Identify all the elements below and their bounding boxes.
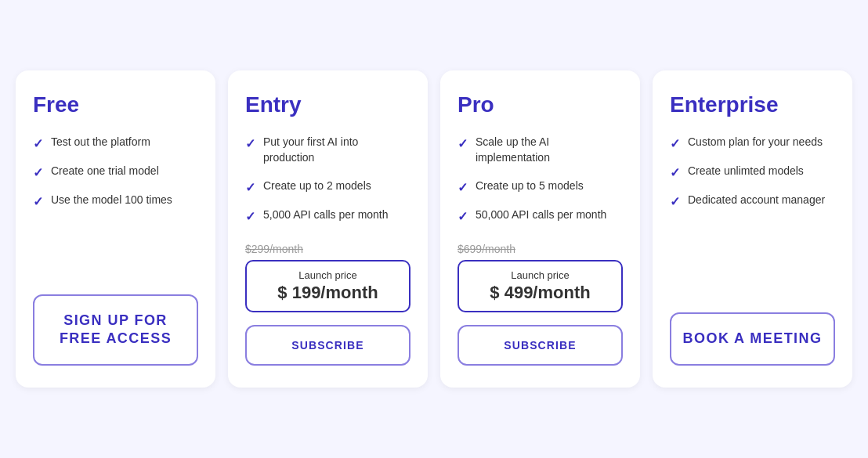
launch-label: Launch price <box>258 269 398 281</box>
list-item: ✓Dedicated account manager <box>670 193 835 209</box>
feature-text: Create one trial model <box>51 164 159 179</box>
features-list-free: ✓Test out the platform✓Create one trial … <box>33 135 198 209</box>
features-list-entry: ✓Put your first AI into production✓Creat… <box>245 135 410 223</box>
checkmark-icon: ✓ <box>670 194 680 209</box>
plan-title-enterprise: Enterprise <box>670 92 835 117</box>
list-item: ✓Custom plan for your needs <box>670 135 835 151</box>
feature-text: Custom plan for your needs <box>688 135 823 150</box>
plan-title-pro: Pro <box>458 92 623 117</box>
original-price: $699/month <box>458 243 623 255</box>
plan-card-free: Free✓Test out the platform✓Create one tr… <box>16 70 215 387</box>
checkmark-icon: ✓ <box>33 194 43 209</box>
list-item: ✓50,000 API calls per month <box>458 207 623 224</box>
plan-card-enterprise: Enterprise✓Custom plan for your needs✓Cr… <box>653 70 852 387</box>
feature-text: Use the model 100 times <box>51 193 172 208</box>
pricing-section-entry: $299/monthLaunch price$ 199/month <box>245 243 410 312</box>
feature-text: Test out the platform <box>51 135 150 150</box>
checkmark-icon: ✓ <box>33 165 43 180</box>
feature-text: Put your first AI into production <box>263 135 410 165</box>
launch-label: Launch price <box>470 269 610 281</box>
list-item: ✓Create up to 2 models <box>245 179 410 195</box>
plan-title-entry: Entry <box>245 92 410 117</box>
checkmark-icon: ✓ <box>33 136 43 151</box>
checkmark-icon: ✓ <box>458 180 468 195</box>
feature-text: Create up to 5 models <box>476 179 584 194</box>
checkmark-icon: ✓ <box>458 136 468 151</box>
list-item: ✓Put your first AI into production <box>245 135 410 165</box>
feature-text: Create up to 2 models <box>263 179 371 194</box>
feature-text: 50,000 API calls per month <box>476 207 606 223</box>
cta-button-free[interactable]: SIGN UP FOR FREE ACCESS <box>33 294 198 366</box>
list-item: ✓Create one trial model <box>33 164 198 180</box>
list-item: ✓Scale up the AI implementation <box>458 135 623 165</box>
list-item: ✓Create unlimted models <box>670 164 835 180</box>
original-price: $299/month <box>245 243 410 255</box>
list-item: ✓5,000 API calls per month <box>245 207 410 224</box>
list-item: ✓Use the model 100 times <box>33 193 198 209</box>
plan-title-free: Free <box>33 92 198 117</box>
checkmark-icon: ✓ <box>670 136 680 151</box>
launch-price-box: Launch price$ 499/month <box>458 260 623 312</box>
launch-price: $ 199/month <box>258 283 398 303</box>
checkmark-icon: ✓ <box>245 209 255 224</box>
checkmark-icon: ✓ <box>670 165 680 180</box>
list-item: ✓Create up to 5 models <box>458 179 623 195</box>
checkmark-icon: ✓ <box>245 180 255 195</box>
plan-card-pro: Pro✓Scale up the AI implementation✓Creat… <box>440 70 640 387</box>
features-list-pro: ✓Scale up the AI implementation✓Create u… <box>458 135 623 223</box>
feature-text: Create unlimted models <box>688 164 804 179</box>
launch-price: $ 499/month <box>470 283 610 303</box>
pricing-container: Free✓Test out the platform✓Create one tr… <box>16 70 852 387</box>
feature-text: Scale up the AI implementation <box>476 135 623 165</box>
pricing-section-pro: $699/monthLaunch price$ 499/month <box>458 243 623 312</box>
plan-card-entry: Entry✓Put your first AI into production✓… <box>228 70 428 387</box>
feature-text: Dedicated account manager <box>688 193 825 208</box>
cta-button-entry[interactable]: SUBSCRIBE <box>245 325 410 366</box>
checkmark-icon: ✓ <box>458 209 468 224</box>
list-item: ✓Test out the platform <box>33 135 198 151</box>
launch-price-box: Launch price$ 199/month <box>245 260 410 312</box>
cta-button-enterprise[interactable]: BOOK A MEETING <box>670 312 835 365</box>
cta-button-pro[interactable]: SUBSCRIBE <box>458 325 623 366</box>
spacer <box>670 233 835 312</box>
features-list-enterprise: ✓Custom plan for your needs✓Create unlim… <box>670 135 835 214</box>
spacer <box>33 228 198 294</box>
checkmark-icon: ✓ <box>245 136 255 151</box>
feature-text: 5,000 API calls per month <box>263 207 389 223</box>
